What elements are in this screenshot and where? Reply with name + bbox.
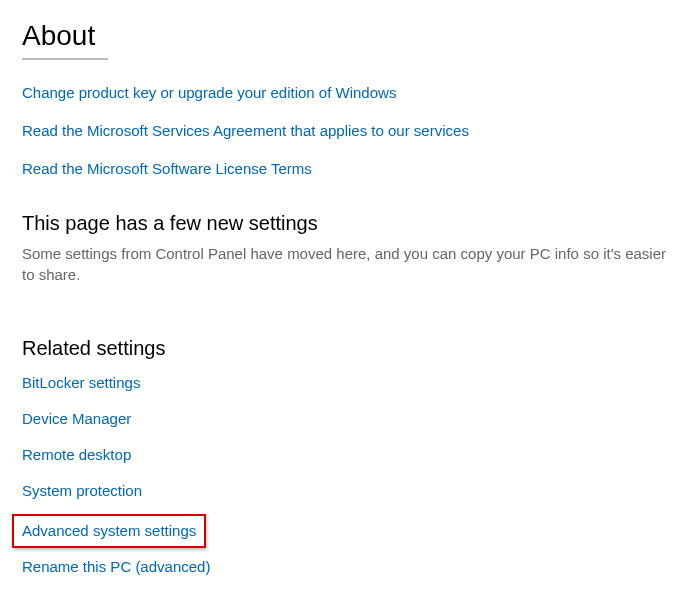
title-underline: [22, 58, 108, 60]
new-settings-body: Some settings from Control Panel have mo…: [22, 243, 674, 285]
link-advanced-system-settings[interactable]: Advanced system settings: [22, 522, 196, 539]
page-title: About: [22, 20, 674, 52]
link-system-protection[interactable]: System protection: [22, 482, 142, 499]
link-remote-desktop[interactable]: Remote desktop: [22, 446, 131, 463]
link-services-agreement[interactable]: Read the Microsoft Services Agreement th…: [22, 122, 469, 139]
link-device-manager[interactable]: Device Manager: [22, 410, 131, 427]
new-settings-heading: This page has a few new settings: [22, 212, 674, 235]
related-settings-heading: Related settings: [22, 337, 674, 360]
link-software-license[interactable]: Read the Microsoft Software License Term…: [22, 160, 312, 177]
highlight-advanced-system-settings: Advanced system settings: [12, 514, 206, 548]
link-change-product-key[interactable]: Change product key or upgrade your editi…: [22, 84, 396, 101]
link-bitlocker-settings[interactable]: BitLocker settings: [22, 374, 140, 391]
link-rename-this-pc[interactable]: Rename this PC (advanced): [22, 558, 210, 575]
